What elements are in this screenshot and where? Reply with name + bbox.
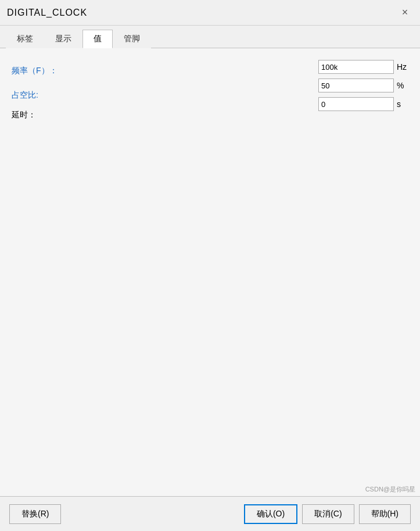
inputs-column: Hz % s <box>318 60 408 111</box>
duty-label: 占空比: <box>12 85 58 105</box>
frequency-input[interactable] <box>318 60 394 74</box>
tab-guanjiao[interactable]: 管脚 <box>113 30 151 48</box>
delay-field-group: s <box>318 97 408 111</box>
tab-biaoqian[interactable]: 标签 <box>6 30 44 48</box>
frequency-unit: Hz <box>397 62 408 72</box>
replace-button[interactable]: 替换(R) <box>9 504 61 524</box>
close-button[interactable]: × <box>397 5 413 21</box>
watermark: CSDN@是你吗星 <box>365 485 415 494</box>
tab-bar: 标签 显示 值 管脚 <box>0 26 420 48</box>
cancel-button[interactable]: 取消(C) <box>302 504 354 524</box>
duty-unit: % <box>397 81 408 90</box>
tab-xianshi[interactable]: 显示 <box>44 30 82 48</box>
main-content: 频率（F）： 占空比: 延时： Hz % s CSDN@是你吗星 <box>0 48 420 496</box>
footer-right-buttons: 确认(O) 取消(C) 帮助(H) <box>244 504 411 524</box>
window-title: DIGITAL_CLOCK <box>7 8 87 18</box>
frequency-label: 频率（F）： <box>12 60 58 82</box>
tab-zhi[interactable]: 值 <box>82 30 113 48</box>
confirm-button[interactable]: 确认(O) <box>244 504 297 524</box>
delay-input[interactable] <box>318 97 394 111</box>
help-button[interactable]: 帮助(H) <box>359 504 411 524</box>
form-area: 频率（F）： 占空比: 延时： Hz % s <box>12 60 408 112</box>
labels-column: 频率（F）： 占空比: 延时： <box>12 60 58 125</box>
duty-field-group: % <box>318 79 408 92</box>
frequency-field-group: Hz <box>318 60 408 74</box>
title-bar: DIGITAL_CLOCK × <box>0 0 420 26</box>
delay-unit: s <box>397 99 408 109</box>
delay-label: 延时： <box>12 105 58 125</box>
footer: 替换(R) 确认(O) 取消(C) 帮助(H) <box>0 496 420 531</box>
duty-input[interactable] <box>318 79 394 92</box>
